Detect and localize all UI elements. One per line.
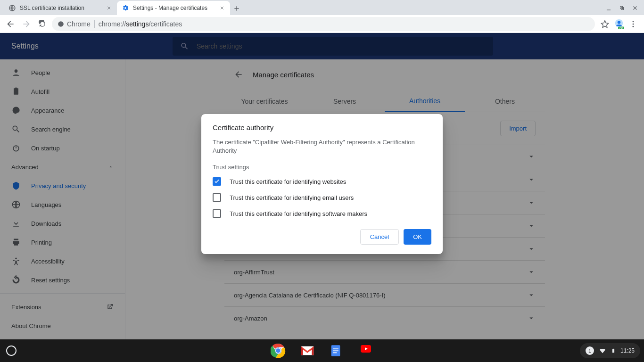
svg-point-3 (58, 21, 64, 27)
launcher-button[interactable] (0, 339, 23, 362)
notification-badge: 1 (586, 346, 594, 355)
minimize-icon[interactable] (605, 5, 612, 11)
wifi-icon (599, 347, 606, 354)
cancel-button[interactable]: Cancel (360, 229, 399, 245)
svg-point-5 (618, 21, 620, 24)
close-icon[interactable] (106, 5, 112, 11)
trust-software-row[interactable]: Trust this certificate for identifying s… (213, 209, 431, 218)
dialog-scrim: Certificate authority The certificate "C… (0, 33, 644, 339)
maximize-icon[interactable] (619, 5, 625, 11)
omnibox[interactable]: Chrome chrome://settings/certificates (52, 17, 595, 31)
checkbox-checked-icon[interactable] (213, 177, 221, 186)
dialog-subhead: Trust settings (213, 164, 431, 171)
tab-title: Settings - Manage certificates (133, 5, 215, 11)
battery-icon (611, 347, 616, 354)
svg-rect-28 (613, 349, 614, 349)
ok-button[interactable]: OK (404, 229, 431, 245)
trust-email-row[interactable]: Trust this certificate for identifying e… (213, 193, 431, 202)
close-window-icon[interactable] (632, 5, 638, 11)
svg-rect-21 (301, 346, 314, 355)
forward-button[interactable] (20, 17, 33, 31)
bookmark-icon[interactable] (601, 20, 609, 28)
tab-strip: SSL certificate installation Settings - … (0, 0, 644, 15)
omnibox-prefix-label: Chrome (67, 20, 91, 28)
svg-text:OK: OK (619, 27, 623, 29)
docs-app-icon[interactable] (329, 343, 344, 358)
url-text: chrome://settings/certificates (99, 20, 182, 28)
avatar-icon[interactable]: OK (614, 19, 624, 29)
dialog-title: Certificate authority (213, 123, 431, 132)
checkbox-icon[interactable] (213, 193, 221, 202)
trust-option-label: Trust this certificate for identifying s… (230, 210, 367, 217)
reload-button[interactable] (36, 17, 49, 31)
svg-rect-24 (333, 350, 339, 351)
trust-option-label: Trust this certificate for identifying w… (230, 178, 346, 185)
globe-icon (8, 4, 16, 12)
svg-point-10 (633, 25, 634, 27)
svg-rect-25 (333, 353, 337, 354)
youtube-app-icon[interactable] (358, 343, 373, 358)
menu-icon[interactable] (629, 20, 637, 28)
window-controls (605, 5, 644, 15)
svg-point-8 (633, 21, 634, 22)
shelf: 1 11:25 (0, 339, 644, 362)
svg-rect-27 (612, 349, 614, 353)
gear-icon (122, 4, 129, 12)
checkbox-icon[interactable] (213, 209, 221, 218)
clock: 11:25 (620, 347, 635, 354)
gmail-app-icon[interactable] (300, 343, 315, 358)
url-origin: Chrome (58, 20, 95, 28)
new-tab-button[interactable] (230, 2, 243, 15)
shelf-apps (271, 343, 373, 358)
trust-websites-row[interactable]: Trust this certificate for identifying w… (213, 177, 431, 186)
browser-tab[interactable]: Settings - Manage certificates (117, 1, 230, 15)
close-icon[interactable] (219, 5, 225, 11)
dialog-description: The certificate "Cipafilter Web-Filterin… (213, 138, 431, 155)
back-button[interactable] (4, 17, 17, 31)
svg-rect-23 (333, 348, 339, 349)
trust-option-label: Trust this certificate for identifying e… (230, 194, 354, 201)
chrome-app-icon[interactable] (271, 343, 286, 358)
tab-title: SSL certificate installation (20, 5, 102, 11)
address-bar: Chrome chrome://settings/certificates OK (0, 15, 644, 33)
status-tray[interactable]: 1 11:25 (580, 343, 640, 358)
launcher-icon (6, 346, 17, 356)
browser-tab[interactable]: SSL certificate installation (4, 1, 117, 15)
svg-point-9 (633, 23, 634, 25)
certificate-authority-dialog: Certificate authority The certificate "C… (201, 114, 443, 254)
